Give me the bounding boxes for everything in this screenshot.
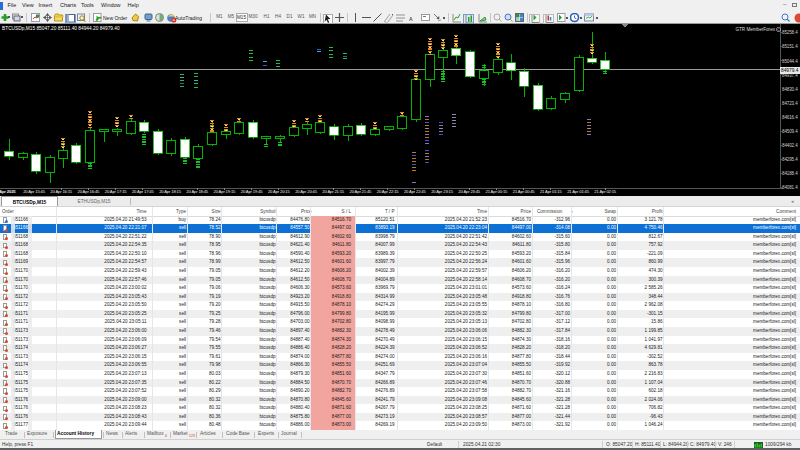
- svg-text:84295.4: 84295.4: [782, 157, 798, 162]
- svg-text:84616.4: 84616.4: [782, 115, 798, 120]
- svg-text:20 Apr 2025: 20 Apr 2025: [0, 189, 16, 194]
- svg-text:84723.4: 84723.4: [782, 101, 798, 106]
- svg-text:84081.4: 84081.4: [782, 185, 798, 190]
- svg-text:20 Apr 21:15: 20 Apr 21:15: [322, 189, 345, 194]
- svg-text:20 Apr 23:45: 20 Apr 23:45: [458, 189, 481, 194]
- svg-text:84979.4: 84979.4: [781, 68, 799, 73]
- svg-text:84402.4: 84402.4: [782, 143, 798, 148]
- svg-text:84509.4: 84509.4: [782, 129, 798, 134]
- svg-text:20 Apr 22:15: 20 Apr 22:15: [377, 189, 400, 194]
- svg-text:GTR MemberForex: GTR MemberForex: [735, 27, 775, 32]
- svg-text:85044.4: 85044.4: [782, 59, 798, 64]
- svg-text:BTCUSDp,M15 85047.20 85111.40: BTCUSDp,M15 85047.20 85111.40 84944.20 8…: [2, 26, 120, 31]
- svg-text:21 Apr 01:45: 21 Apr 01:45: [567, 189, 590, 194]
- svg-text:20 Apr 19:45: 20 Apr 19:45: [241, 189, 264, 194]
- svg-text:20 Apr 20:15: 20 Apr 20:15: [268, 189, 291, 194]
- svg-text:20 Apr 18:15: 20 Apr 18:15: [159, 189, 182, 194]
- svg-text:21 Apr 00:15: 21 Apr 00:15: [486, 189, 509, 194]
- svg-text:20 Apr 19:15: 20 Apr 19:15: [214, 189, 237, 194]
- svg-text:20 Apr 16:45: 20 Apr 16:45: [78, 189, 101, 194]
- svg-text:20 Apr 18:45: 20 Apr 18:45: [186, 189, 209, 194]
- svg-text:20 Apr 16:15: 20 Apr 16:15: [50, 189, 73, 194]
- svg-text:20 Apr 21:45: 20 Apr 21:45: [350, 189, 373, 194]
- svg-text:21 Apr 00:45: 21 Apr 00:45: [513, 189, 536, 194]
- svg-text:21 Apr 02:15: 21 Apr 02:15: [594, 189, 617, 194]
- svg-text:20 Apr 22:45: 20 Apr 22:45: [404, 189, 427, 194]
- svg-text:20 Apr 17:15: 20 Apr 17:15: [105, 189, 128, 194]
- svg-text:20 Apr 17:45: 20 Apr 17:45: [132, 189, 155, 194]
- svg-text:84188.4: 84188.4: [782, 171, 798, 176]
- svg-text:85258.4: 85258.4: [782, 30, 798, 35]
- svg-text:85151.4: 85151.4: [782, 44, 798, 49]
- svg-text:20 Apr 15:45: 20 Apr 15:45: [23, 189, 46, 194]
- svg-text:20 Apr 20:45: 20 Apr 20:45: [295, 189, 318, 194]
- svg-text:21 Apr 01:15: 21 Apr 01:15: [540, 189, 563, 194]
- svg-text:84830.4: 84830.4: [782, 87, 798, 92]
- svg-text:20 Apr 23:15: 20 Apr 23:15: [431, 189, 454, 194]
